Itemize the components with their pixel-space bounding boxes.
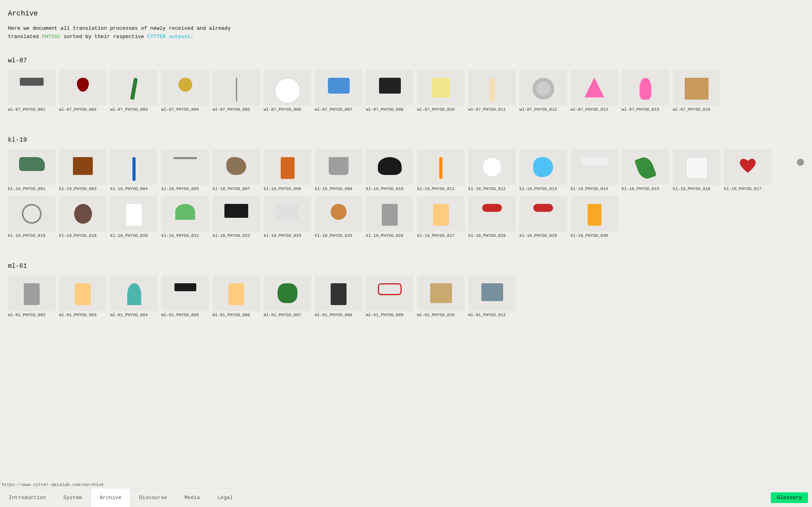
list-item[interactable]: kl-19_PHYSO_007	[213, 149, 262, 191]
list-item[interactable]: kl-19_PHYSO_016	[673, 149, 722, 191]
shape-magnifier	[22, 204, 42, 224]
thumb-inner	[734, 153, 762, 181]
list-item[interactable]: kl-19_PHYSO_021	[161, 196, 211, 238]
section-title-kl-19: kl-19	[8, 136, 804, 144]
list-item[interactable]: ml-61_PHYSO_012	[468, 275, 518, 317]
thumb-inner	[120, 200, 148, 228]
shape-helmet	[378, 157, 402, 175]
list-item[interactable]: ml-61_PHYSO_002	[8, 275, 57, 317]
shape-flamingo	[640, 78, 651, 100]
thumb-inner	[427, 200, 455, 228]
thumbnail	[417, 275, 465, 311]
shape-scissors	[382, 204, 398, 226]
thumbnail	[673, 149, 720, 185]
shape-cables	[224, 204, 248, 218]
thumb-inner	[222, 200, 250, 228]
list-item[interactable]: kl-19_PHYSO_026	[366, 196, 416, 238]
shape-coin	[331, 204, 347, 220]
list-item[interactable]: kl-19_PHYSO_029	[519, 196, 569, 238]
list-item[interactable]: kl-19_PHYSO_012	[468, 149, 518, 191]
item-label: ml-61_PHYSO_009	[366, 313, 416, 317]
thumb-inner	[580, 153, 608, 181]
shape-glasses	[378, 283, 402, 295]
list-item[interactable]: wl-87_PHYSO_001	[8, 70, 57, 112]
shape-hook	[127, 283, 141, 305]
list-item[interactable]: ml-61_PHYSO_006	[213, 275, 262, 317]
thumbnail	[213, 196, 260, 232]
list-item[interactable]: kl-19_PHYSO_009	[315, 149, 364, 191]
list-item[interactable]: kl-19_PHYSO_019	[59, 196, 109, 238]
item-label: kl-19_PHYSO_024	[264, 233, 313, 238]
shape-square	[686, 157, 708, 179]
scroll-indicator[interactable]	[797, 159, 804, 166]
list-item[interactable]: kl-19_PHYSO_003	[59, 149, 109, 191]
list-item[interactable]: kl-19_PHYSO_024	[264, 196, 313, 238]
thumb-inner	[632, 153, 659, 181]
thumbnail	[315, 196, 362, 232]
list-item[interactable]: wl-87_PHYSO_004	[161, 70, 211, 112]
shape-white-flat	[582, 157, 607, 165]
list-item[interactable]: kl-19_PHYSO_022	[213, 196, 262, 238]
section-title-ml-61: ml-61	[8, 263, 804, 270]
item-label: ml-61_PHYSO_006	[213, 313, 262, 317]
list-item[interactable]: kl-19_PHYSO_015	[622, 149, 671, 191]
list-item[interactable]: kl-19_PHYSO_011	[417, 149, 467, 191]
list-item[interactable]: wl-87_PHYSO_007	[315, 70, 364, 112]
item-label: wl-87_PHYSO_013	[571, 107, 620, 112]
list-item[interactable]: wl-87_PHYSO_008	[366, 70, 416, 112]
list-item[interactable]: ml-61_PHYSO_010	[417, 275, 467, 317]
list-item[interactable]: wl-87_PHYSO_015	[622, 70, 671, 112]
list-item[interactable]: wl-87_PHYSO_016	[673, 70, 722, 112]
item-label: ml-61_PHYSO_002	[8, 313, 57, 317]
thumbnail	[673, 70, 720, 106]
list-item[interactable]: wl-87_PHYSO_003	[110, 70, 160, 112]
list-item[interactable]: kl-19_PHYSO_017	[724, 149, 774, 191]
list-item[interactable]: kl-19_PHYSO_004	[110, 149, 160, 191]
list-item[interactable]: kl-19_PHYSO_014	[571, 149, 620, 191]
list-item[interactable]: ml-61_PHYSO_005	[161, 275, 211, 317]
item-label: kl-19_PHYSO_022	[213, 233, 262, 238]
list-item[interactable]: wl-87_PHYSO_013	[571, 70, 620, 112]
list-item[interactable]: wl-87_PHYSO_006	[264, 70, 313, 112]
item-label: kl-19_PHYSO_007	[213, 186, 262, 191]
list-item[interactable]: kl-19_PHYSO_018	[8, 196, 57, 238]
list-item[interactable]: ml-61_PHYSO_004	[110, 275, 160, 317]
shape-wire	[173, 157, 197, 159]
list-item[interactable]: kl-19_PHYSO_030	[571, 196, 620, 238]
list-item[interactable]: kl-19_PHYSO_001	[8, 149, 57, 191]
list-item[interactable]: wl-87_PHYSO_012	[519, 70, 569, 112]
thumbnail	[315, 275, 362, 311]
list-item[interactable]: ml-61_PHYSO_007	[264, 275, 313, 317]
list-item[interactable]: kl-19_PHYSO_013	[519, 149, 569, 191]
item-label: kl-19_PHYSO_026	[366, 233, 416, 238]
list-item[interactable]: wl-87_PHYSO_010	[417, 70, 467, 112]
list-item[interactable]: wl-87_PHYSO_002	[59, 70, 109, 112]
shape-camera	[379, 78, 401, 94]
list-item[interactable]: kl-19_PHYSO_027	[417, 196, 467, 238]
thumbnail	[213, 70, 260, 106]
sections-container: wl-87wl-87_PHYSO_001wl-87_PHYSO_002wl-87…	[8, 57, 804, 322]
shape-texture	[685, 78, 709, 100]
list-item[interactable]: wl-87_PHYSO_011	[468, 70, 518, 112]
thumb-inner	[478, 279, 506, 307]
list-item[interactable]: kl-19_PHYSO_005	[161, 149, 211, 191]
list-item[interactable]: kl-19_PHYSO_028	[468, 196, 518, 238]
thumbnail	[519, 70, 567, 106]
list-item[interactable]: kl-19_PHYSO_010	[366, 149, 416, 191]
shape-keys	[481, 283, 503, 301]
item-label: ml-61_PHYSO_012	[468, 313, 518, 317]
list-item[interactable]: ml-61_PHYSO_008	[315, 275, 364, 317]
list-item[interactable]: wl-87_PHYSO_005	[213, 70, 262, 112]
thumbnail	[264, 196, 311, 232]
thumbnail	[468, 149, 516, 185]
section-title-wl-87: wl-87	[8, 57, 804, 64]
thumbnail	[571, 196, 618, 232]
list-item[interactable]: ml-61_PHYSO_003	[59, 275, 109, 317]
list-item[interactable]: kl-19_PHYSO_020	[110, 196, 160, 238]
shape-needle	[236, 78, 237, 102]
thumbnail	[8, 70, 56, 106]
intro-cytter: CYTTER outpost	[147, 34, 190, 40]
list-item[interactable]: kl-19_PHYSO_025	[315, 196, 364, 238]
list-item[interactable]: ml-61_PHYSO_009	[366, 275, 416, 317]
list-item[interactable]: kl-19_PHYSO_008	[264, 149, 313, 191]
